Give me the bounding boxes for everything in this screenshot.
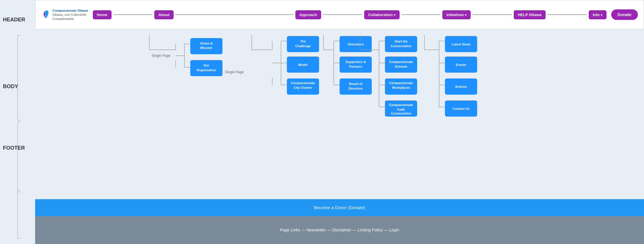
nav-connector-1 [113, 14, 153, 15]
footer-links: Page Links — Newsletter — Disclaimer — L… [35, 216, 644, 244]
svg-text:Latest News: Latest News [452, 42, 470, 46]
svg-text:Partners: Partners [349, 65, 362, 68]
svg-text:Compassionate: Compassionate [389, 60, 413, 64]
svg-text:Directors: Directors [349, 87, 363, 90]
donate-button[interactable]: Donate [611, 9, 638, 20]
nav-approach-button[interactable]: Approach [295, 10, 321, 19]
footer-donate[interactable]: Become a Donor (Donate) [35, 199, 644, 216]
svg-text:Compassionate: Compassionate [389, 103, 413, 107]
nav-connector-2 [175, 14, 294, 15]
svg-text:Communities: Communities [391, 112, 411, 115]
header: Compassionate Ottawa Ottawa, une Collect… [35, 0, 644, 29]
nav-info-button[interactable]: Info [589, 10, 607, 19]
main-content: Compassionate Ottawa Ottawa, une Collect… [35, 0, 644, 244]
svg-text:Workplaces: Workplaces [392, 86, 410, 89]
footer-donate-text: Become a Donor (Donate) [314, 205, 365, 210]
svg-text:Challenge: Challenge [295, 44, 311, 48]
side-labels: HEADER BODY FOOTER [0, 0, 35, 244]
svg-text:Single Page: Single Page [225, 70, 244, 74]
nav-collaboration-button[interactable]: Collaboration [364, 10, 400, 19]
svg-text:Vision &: Vision & [200, 42, 213, 45]
nav-about-button[interactable]: About [154, 10, 174, 19]
svg-text:Contact Us: Contact Us [453, 107, 470, 110]
svg-text:Articles: Articles [455, 85, 467, 88]
svg-text:Board of: Board of [349, 82, 362, 86]
logo-icon [41, 9, 50, 21]
footer-area: Become a Donor (Donate) Page Links — New… [35, 199, 644, 244]
svg-text:Model: Model [298, 63, 308, 66]
svg-text:Volunteers: Volunteers [347, 42, 364, 46]
nav-connector-6 [547, 14, 587, 15]
svg-text:Start the: Start the [395, 40, 408, 43]
svg-text:Schools: Schools [395, 65, 407, 68]
svg-text:Mission: Mission [201, 46, 213, 50]
svg-text:Single Page: Single Page [152, 54, 171, 58]
nav-initiatives-button[interactable]: Initiatives [442, 10, 471, 19]
svg-text:Compassionate: Compassionate [389, 81, 413, 85]
sitemap-svg: Vision & Mission Our Organization Single… [41, 35, 638, 158]
footer-links-text: Page Links — Newsletter — Disclaimer — L… [280, 228, 399, 232]
footer-label: FOOTER [3, 145, 25, 151]
svg-text:Compassionate: Compassionate [291, 81, 315, 85]
nav-home-button[interactable]: Home [93, 10, 112, 19]
svg-text:Supporters &: Supporters & [345, 60, 366, 64]
svg-text:Our: Our [203, 64, 209, 67]
svg-text:Organization: Organization [196, 68, 216, 72]
nav-connector-5 [472, 14, 512, 15]
body-area: Vision & Mission Our Organization Single… [35, 29, 644, 199]
nav-connector-3 [323, 14, 362, 15]
body-label: BODY [3, 83, 18, 90]
svg-text:Faith: Faith [397, 108, 405, 111]
nav-help-button[interactable]: HELP Ottawa [514, 10, 546, 19]
logo-area: Compassionate Ottawa Ottawa, une Collect… [41, 8, 88, 21]
svg-text:The: The [300, 40, 306, 43]
logo-text: Compassionate Ottawa Ottawa, une Collect… [52, 8, 88, 21]
header-label: HEADER [3, 17, 25, 23]
svg-text:Conversation: Conversation [391, 44, 412, 48]
nav-connector-4 [401, 14, 441, 15]
svg-text:City Charter: City Charter [294, 86, 313, 89]
svg-text:Events: Events [456, 63, 466, 66]
